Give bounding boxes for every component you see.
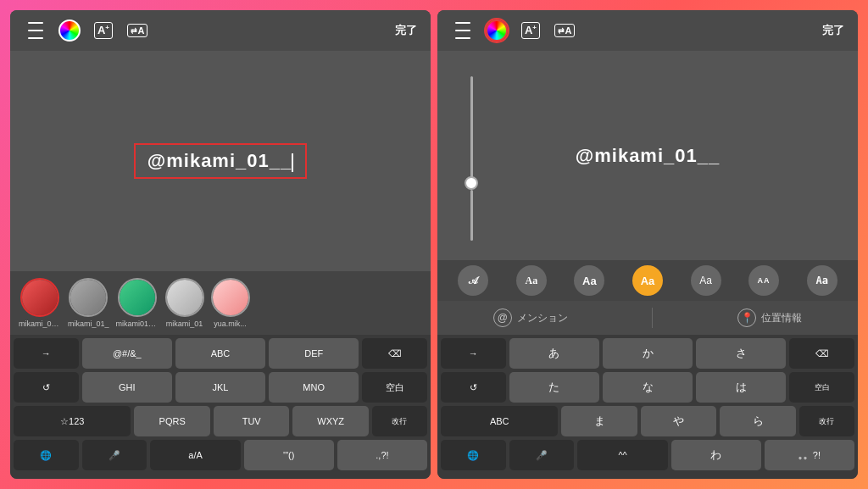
key-paren[interactable]: '"() [244, 440, 334, 470]
key-arrow[interactable]: → [14, 338, 79, 369]
mention-label: メンション [517, 311, 568, 325]
style-script[interactable]: 𝒜 [458, 265, 488, 296]
location-label: 位置情報 [761, 311, 802, 325]
key-tuv[interactable]: TUV [214, 406, 290, 436]
key-shift[interactable]: a/A [150, 440, 240, 470]
right-key-na[interactable]: な [603, 372, 693, 403]
key-enter[interactable]: 改行 [372, 406, 427, 436]
key-wxyz[interactable]: WXYZ [292, 406, 369, 436]
style-light[interactable]: Aa [691, 265, 721, 296]
key-ghi[interactable]: GHI [82, 372, 172, 403]
right-key-ra[interactable]: ら [720, 406, 796, 436]
right-key-globe[interactable]: 🌐 [441, 440, 506, 470]
hamburger-icon[interactable] [24, 19, 47, 42]
typed-text: @mikami_01__ [147, 150, 292, 171]
right-kb-row-3: ABC ま や ら 改行 [441, 406, 854, 436]
key-punct[interactable]: .,?! [337, 440, 427, 470]
style-active[interactable]: Aa [632, 265, 663, 296]
location-icon: 📍 [737, 308, 756, 327]
key-space-ja[interactable]: 空白 [362, 372, 427, 403]
key-jkl[interactable]: JKL [175, 372, 265, 403]
right-top-bar: A+ ⇄A 完了 [437, 10, 858, 51]
right-hamburger-icon[interactable] [451, 19, 475, 42]
right-color-wheel-icon[interactable] [485, 19, 509, 42]
suggestion-label-4: mikami_01 [166, 320, 203, 328]
color-wheel-icon[interactable] [58, 19, 81, 42]
right-text-align-icon[interactable]: ⇄A [553, 19, 576, 42]
right-key-a[interactable]: あ [509, 338, 599, 369]
font-style-icon[interactable]: A+ [92, 19, 115, 42]
key-num[interactable]: ☆123 [14, 406, 131, 436]
right-key-ma[interactable]: ま [561, 406, 637, 436]
key-globe[interactable]: 🌐 [14, 440, 79, 470]
left-top-bar: A+ ⇄A 完了 [10, 10, 431, 51]
right-key-mic[interactable]: 🎤 [509, 440, 575, 470]
key-abc[interactable]: ABC [175, 338, 265, 369]
right-key-arrow[interactable]: → [441, 338, 506, 369]
key-symbols[interactable]: @#/&_ [82, 338, 172, 369]
right-key-punct[interactable]: ｡。?! [765, 440, 854, 470]
suggestion-item-4[interactable]: mikami_01 [165, 278, 204, 328]
kb-row-1: → @#/&_ ABC DEF ⌫ [14, 338, 427, 369]
right-key-undo[interactable]: ↺ [441, 372, 506, 403]
suggestion-label-1: mikami_01__ [19, 320, 61, 328]
suggestion-label-3: mikami01__ai [116, 320, 159, 328]
suggestion-item-3[interactable]: mikami01__ai [116, 278, 159, 328]
right-key-space[interactable]: 空白 [789, 372, 854, 403]
mention-location-bar: @ メンション 📍 位置情報 [437, 301, 858, 335]
location-button[interactable]: 📍 位置情報 [737, 308, 802, 327]
suggestion-bar: mikami_01__ mikami_01_ mikami01__ai mika… [10, 271, 431, 335]
style-caps[interactable]: AA [748, 265, 779, 296]
right-key-enter[interactable]: 改行 [799, 406, 854, 436]
right-phone-panel: A+ ⇄A 完了 @mikami_01__ 𝒜 Aa [437, 10, 858, 479]
key-def[interactable]: DEF [269, 338, 359, 369]
kb-row-3: ☆123 PQRS TUV WXYZ 改行 [14, 406, 427, 436]
right-key-dakuten[interactable]: ^^ [577, 440, 667, 470]
right-kb-row-4: 🌐 🎤 ^^ わ ｡。?! [441, 440, 854, 470]
right-keyboard: → あ か さ ⌫ ↺ た な は 空白 ABC ま や ら 改行 🌐 [437, 335, 858, 479]
suggestion-item-1[interactable]: mikami_01__ [19, 278, 61, 328]
style-bar: 𝒜 Aa Aa Aa Aa AA Aa [437, 260, 858, 301]
bar-divider [652, 308, 653, 328]
mention-button[interactable]: @ メンション [493, 308, 568, 327]
key-undo[interactable]: ↺ [14, 372, 79, 403]
right-key-wa[interactable]: わ [671, 440, 761, 470]
text-input-box[interactable]: @mikami_01__ [134, 143, 307, 180]
right-key-backspace[interactable]: ⌫ [789, 338, 854, 369]
right-key-ha[interactable]: は [696, 372, 786, 403]
suggestion-item-5[interactable]: yua.mik... [211, 278, 250, 328]
text-align-icon[interactable]: ⇄A [125, 19, 149, 42]
right-content-area: @mikami_01__ [437, 51, 858, 260]
right-font-style-icon[interactable]: A+ [519, 19, 542, 42]
right-key-ta[interactable]: た [509, 372, 599, 403]
right-done-button[interactable]: 完了 [822, 23, 844, 38]
right-key-ka[interactable]: か [603, 338, 693, 369]
style-sans[interactable]: Aa [574, 265, 604, 296]
font-size-slider[interactable] [465, 76, 478, 241]
key-mno[interactable]: MNO [269, 372, 359, 403]
slider-knob[interactable] [465, 176, 478, 190]
text-cursor [292, 153, 293, 172]
at-icon: @ [493, 308, 512, 327]
right-typed-text: @mikami_01__ [576, 145, 720, 166]
left-content-area: @mikami_01__ [10, 51, 431, 271]
avatar-2 [69, 278, 108, 317]
right-kb-row-2: ↺ た な は 空白 [441, 372, 854, 403]
style-serif[interactable]: Aa [516, 265, 547, 296]
suggestion-item-2[interactable]: mikami_01_ [68, 278, 109, 328]
key-pqrs[interactable]: PQRS [134, 406, 210, 436]
main-wrapper: A+ ⇄A 完了 @mikami_01__ mikami_01__ [0, 0, 868, 489]
suggestion-label-5: yua.mik... [214, 320, 247, 328]
left-phone-panel: A+ ⇄A 完了 @mikami_01__ mikami_01__ [10, 10, 431, 479]
right-key-ya[interactable]: や [641, 406, 717, 436]
suggestion-label-2: mikami_01_ [68, 320, 109, 328]
left-done-button[interactable]: 完了 [395, 23, 417, 38]
left-top-icons: A+ ⇄A [24, 19, 149, 42]
right-key-abc[interactable]: ABC [441, 406, 558, 436]
avatar-1 [20, 278, 59, 317]
key-mic[interactable]: 🎤 [82, 440, 147, 470]
style-mono[interactable]: Aa [807, 265, 837, 296]
right-key-sa[interactable]: さ [696, 338, 786, 369]
right-kb-row-1: → あ か さ ⌫ [441, 338, 854, 369]
key-backspace[interactable]: ⌫ [362, 338, 427, 369]
